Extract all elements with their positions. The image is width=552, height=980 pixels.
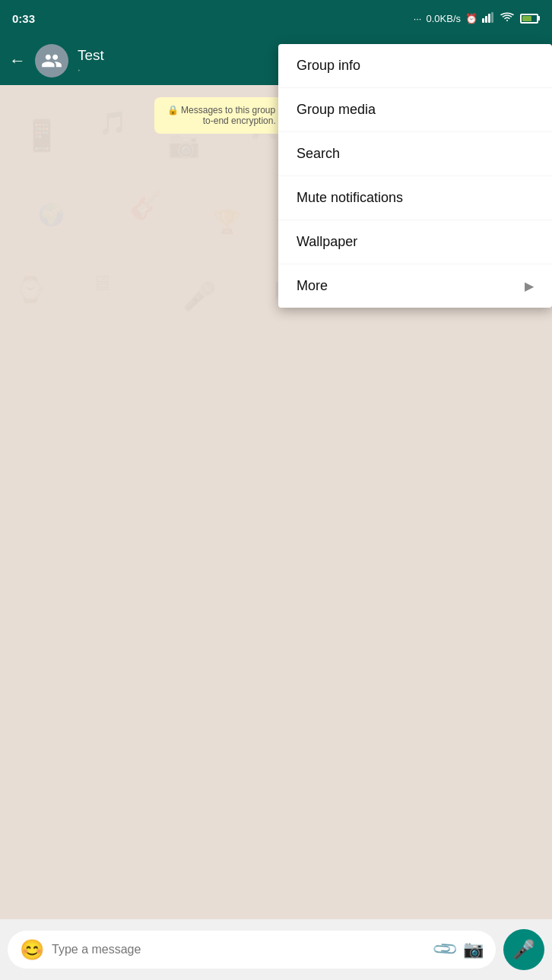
mic-icon: 🎤 [512, 939, 535, 960]
svg-rect-2 [488, 14, 490, 23]
wifi-icon [500, 12, 514, 25]
battery-indicator [519, 14, 540, 24]
group-avatar[interactable] [35, 44, 68, 77]
status-icons: ··· 0.0KB/s ⏰ [414, 12, 540, 25]
menu-item-group-media[interactable]: Group media [278, 88, 552, 132]
menu-item-group-info-label: Group info [297, 58, 360, 74]
network-speed: 0.0KB/s [426, 13, 461, 24]
menu-item-group-media-label: Group media [297, 102, 376, 118]
status-time: 0:33 [12, 12, 35, 25]
alarm-icon: ⏰ [465, 13, 477, 24]
menu-item-mute-label: Mute notifications [297, 190, 403, 206]
dots-icon: ··· [414, 13, 422, 24]
menu-item-more[interactable]: More ▶ [278, 264, 552, 308]
dropdown-menu: Group info Group media Search Mute notif… [278, 44, 552, 308]
message-input-wrapper: 😊 📎 📷 [8, 931, 496, 969]
message-input[interactable] [52, 943, 427, 956]
back-button[interactable]: ← [9, 51, 26, 71]
svg-rect-3 [491, 12, 493, 23]
menu-item-search[interactable]: Search [278, 132, 552, 176]
mic-button[interactable]: 🎤 [503, 929, 544, 970]
attach-button[interactable]: 📎 [431, 935, 459, 963]
menu-item-mute-notifications[interactable]: Mute notifications [278, 176, 552, 220]
chevron-right-icon: ▶ [525, 279, 534, 293]
signal-icon [482, 12, 496, 25]
menu-item-wallpaper[interactable]: Wallpaper [278, 220, 552, 264]
menu-item-wallpaper-label: Wallpaper [297, 234, 357, 250]
menu-item-search-label: Search [297, 146, 340, 162]
menu-item-group-info[interactable]: Group info [278, 44, 552, 88]
emoji-button[interactable]: 😊 [20, 938, 44, 962]
svg-rect-1 [485, 16, 487, 23]
status-bar: 0:33 ··· 0.0KB/s ⏰ [0, 0, 552, 36]
svg-rect-0 [482, 18, 484, 23]
menu-item-more-label: More [297, 278, 328, 294]
input-bar: 😊 📎 📷 🎤 [0, 919, 552, 980]
camera-button[interactable]: 📷 [463, 940, 484, 959]
